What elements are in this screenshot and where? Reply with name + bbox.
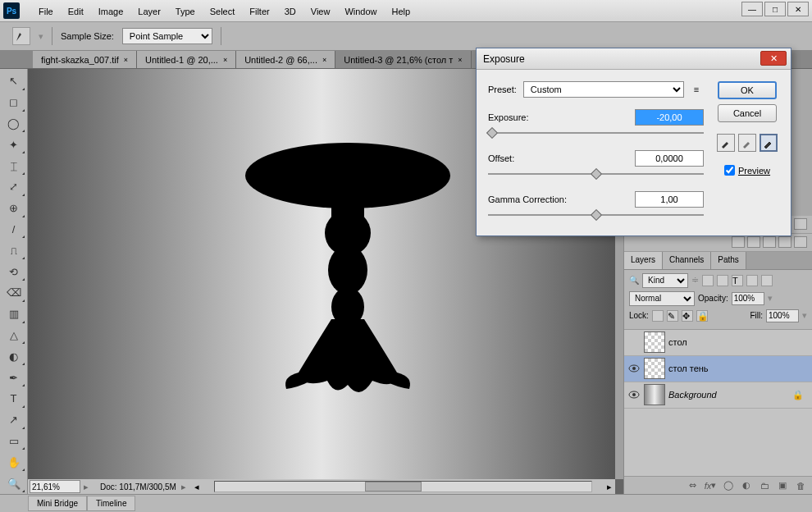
doc-tab-0[interactable]: fight-skazka_007.tif× [33, 51, 137, 68]
scroll-right-button[interactable]: ▸ [604, 482, 615, 492]
zoom-tool[interactable]: 🔍 [2, 473, 25, 493]
scroll-left-button[interactable]: ◂ [191, 482, 203, 492]
filter-type-icon[interactable]: T [732, 275, 743, 286]
link-layers-icon[interactable]: ⇔ [686, 480, 699, 491]
doc-tab-2[interactable]: Untitled-2 @ 66,...× [236, 51, 335, 68]
visibility-icon[interactable] [627, 336, 641, 349]
menu-window[interactable]: Window [337, 4, 384, 19]
dialog-close-button[interactable]: ✕ [760, 51, 787, 66]
lock-pixels-icon[interactable]: ✎ [667, 310, 678, 322]
gradient-tool[interactable]: ▥ [2, 304, 25, 324]
history-tool[interactable]: ⟲ [2, 262, 25, 281]
ok-button[interactable]: OK [718, 81, 777, 99]
fx-icon[interactable]: fx▾ [704, 480, 717, 491]
preset-select[interactable]: Custom [523, 81, 684, 98]
mini-bridge-tab[interactable]: Mini Bridge [28, 496, 87, 511]
eyedropper-black-icon[interactable] [717, 134, 735, 152]
menu-layer[interactable]: Layer [130, 4, 168, 19]
adjustment-layer-icon[interactable]: ◐ [740, 480, 753, 491]
exposure-slider[interactable] [488, 127, 704, 139]
gamma-input[interactable] [635, 191, 704, 208]
filter-image-icon[interactable] [702, 275, 714, 286]
eraser-tool[interactable]: ⌫ [2, 283, 25, 303]
type-tool[interactable]: T [2, 389, 25, 409]
layer-kind-select[interactable]: Kind [642, 273, 688, 288]
wand-tool[interactable]: ✦ [2, 135, 25, 154]
gamma-slider[interactable] [488, 209, 704, 221]
blur-tool[interactable]: △ [2, 326, 25, 345]
menu-type[interactable]: Type [168, 4, 203, 19]
close-icon[interactable]: × [124, 56, 128, 64]
visibility-icon[interactable] [627, 388, 641, 401]
menu-file[interactable]: File [31, 4, 61, 19]
filter-icon[interactable]: 🔍 [629, 276, 639, 285]
shape-tool[interactable]: ▭ [2, 432, 25, 451]
preview-checkbox[interactable]: Preview [724, 165, 770, 176]
adj-icon-c[interactable] [763, 236, 776, 248]
cancel-button[interactable]: Cancel [718, 104, 777, 122]
layer-row-0[interactable]: стол [624, 330, 812, 356]
maximize-button[interactable]: □ [764, 2, 786, 16]
blend-mode-select[interactable]: Normal [629, 291, 695, 306]
dodge-tool[interactable]: ◐ [2, 346, 25, 366]
preview-checkbox-input[interactable] [724, 165, 735, 176]
minimize-button[interactable]: — [741, 2, 763, 16]
menu-filter[interactable]: Filter [242, 4, 276, 19]
adj-icon-a[interactable] [732, 236, 745, 248]
brush-tool[interactable]: / [2, 220, 25, 240]
filter-smart-icon[interactable] [761, 275, 773, 286]
eyedropper-tool[interactable]: ⤢ [2, 177, 25, 197]
eyedropper-white-icon[interactable] [760, 134, 778, 152]
doc-tab-3[interactable]: Untitled-3 @ 21,6% (стол т× [335, 51, 471, 68]
filter-adjust-icon[interactable] [717, 275, 728, 286]
adj-icon-d[interactable] [778, 236, 791, 248]
lock-position-icon[interactable]: ✥ [682, 310, 693, 322]
menu-help[interactable]: Help [385, 4, 418, 19]
sample-size-select[interactable]: Point Sample [122, 28, 212, 44]
mask-icon[interactable]: ◯ [722, 480, 735, 491]
visibility-icon[interactable] [627, 362, 641, 375]
preset-menu-icon[interactable]: ≡ [689, 82, 704, 97]
offset-slider[interactable] [488, 168, 704, 180]
eyedropper-gray-icon[interactable] [738, 134, 756, 152]
offset-input[interactable] [635, 150, 704, 167]
menu-view[interactable]: View [303, 4, 338, 19]
close-icon[interactable]: × [223, 56, 227, 64]
current-tool-icon[interactable] [12, 27, 30, 45]
doc-tab-1[interactable]: Untitled-1 @ 20,...× [137, 51, 236, 68]
adj-icon-b[interactable] [747, 236, 760, 248]
pen-tool[interactable]: ✒ [2, 368, 25, 387]
marquee-tool[interactable]: ◻ [2, 93, 25, 112]
canvas-scrollbar-horizontal[interactable] [214, 481, 592, 492]
exposure-input[interactable] [635, 109, 704, 126]
new-layer-icon[interactable]: ▣ [776, 480, 789, 491]
menu-edit[interactable]: Edit [61, 4, 91, 19]
crop-tool[interactable]: ⌶ [2, 156, 25, 176]
healing-tool[interactable]: ⊕ [2, 199, 25, 218]
opacity-input[interactable] [732, 292, 764, 305]
tab-channels[interactable]: Channels [663, 252, 711, 269]
fill-input[interactable] [766, 309, 799, 322]
close-button[interactable]: ✕ [787, 2, 809, 16]
panel-menu-icon[interactable] [794, 218, 807, 230]
path-tool[interactable]: ↗ [2, 410, 25, 430]
hand-tool[interactable]: ✋ [2, 452, 25, 472]
filter-shape-icon[interactable] [746, 275, 758, 286]
delete-layer-icon[interactable]: 🗑 [794, 480, 807, 491]
move-tool[interactable]: ↖ [2, 71, 25, 91]
tab-layers[interactable]: Layers [624, 252, 663, 269]
layer-thumbnail[interactable] [644, 384, 665, 405]
close-icon[interactable]: × [322, 56, 326, 64]
timeline-tab[interactable]: Timeline [87, 496, 135, 511]
close-icon[interactable]: × [458, 56, 462, 64]
adj-icon-e[interactable] [794, 236, 807, 248]
layer-row-1[interactable]: стол тень [624, 356, 812, 382]
menu-3d[interactable]: 3D [277, 4, 303, 19]
lock-all-icon[interactable]: 🔒 [696, 310, 708, 322]
group-icon[interactable]: 🗀 [758, 480, 771, 491]
lasso-tool[interactable]: ◯ [2, 114, 25, 134]
tab-paths[interactable]: Paths [711, 252, 746, 269]
layer-thumbnail[interactable] [644, 358, 665, 379]
zoom-input[interactable] [30, 480, 80, 493]
menu-select[interactable]: Select [203, 4, 243, 19]
